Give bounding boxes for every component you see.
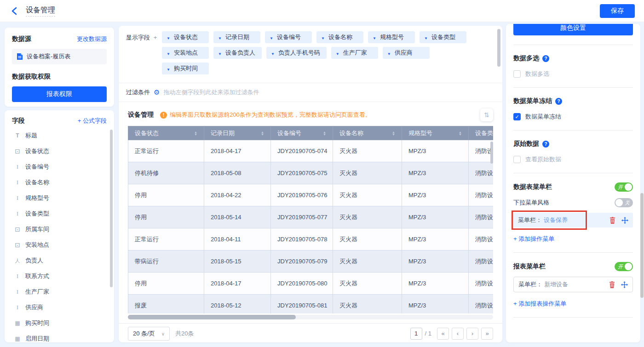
chevron-down-icon[interactable]: [270, 34, 277, 41]
report-permission-button[interactable]: 报表权限: [12, 86, 107, 102]
page-scrollbar[interactable]: [640, 193, 644, 298]
display-field-chip[interactable]: 购买时间: [162, 63, 209, 74]
column-header[interactable]: 设备编号: [271, 126, 333, 140]
table-row[interactable]: 停机待修2018-05-08JDY20190705-075灭火器MPZ/3消防设…: [128, 162, 494, 184]
display-field-chip[interactable]: 设备状态: [162, 31, 209, 43]
field-item-device-name[interactable]: 设备名称: [12, 175, 107, 190]
field-item-device-no[interactable]: 设备编号: [12, 159, 107, 175]
add-formula-field-link[interactable]: + 公式字段: [78, 117, 107, 125]
column-header[interactable]: 规格型号: [402, 126, 469, 140]
chevron-down-icon[interactable]: [167, 65, 174, 72]
next-page-button[interactable]: [466, 328, 478, 340]
datasource-item[interactable]: 设备档案-履历表: [12, 49, 107, 64]
sort-arrows-icon[interactable]: [459, 131, 462, 136]
sort-arrows-icon[interactable]: [392, 131, 395, 136]
scrollbar-thumb[interactable]: [128, 315, 296, 319]
delete-button[interactable]: [609, 281, 615, 288]
display-field-chip[interactable]: 规格型号: [368, 31, 415, 43]
checkbox-unchecked[interactable]: [513, 70, 521, 78]
help-icon[interactable]: [542, 55, 549, 62]
display-field-chip[interactable]: 负责人手机号码: [266, 47, 327, 59]
page-number-input[interactable]: 1: [410, 328, 422, 340]
multi-select-checkbox-row[interactable]: 数据多选: [513, 70, 633, 78]
sort-arrows-icon[interactable]: [261, 131, 264, 136]
menu-item-value[interactable]: 新增设备: [544, 280, 568, 289]
back-button[interactable]: [9, 6, 19, 16]
canvas-scrollbar[interactable]: [497, 29, 500, 67]
display-field-chip[interactable]: 安装地点: [162, 47, 209, 59]
display-field-chip[interactable]: 设备编号: [265, 31, 312, 43]
add-action-menu-link[interactable]: + 添加操作菜单: [513, 235, 554, 243]
checkbox-checked[interactable]: [513, 113, 521, 120]
field-item-device-status[interactable]: 设备状态: [12, 143, 107, 159]
field-item-owner[interactable]: 负责人: [12, 253, 107, 268]
table-row[interactable]: 停用2018-05-14JDY20190705-077灭火器MPZ/3消防设备: [128, 206, 494, 228]
field-item-enable-date[interactable]: 启用日期: [12, 331, 107, 342]
field-item-manufacturer[interactable]: 生产厂家: [12, 284, 107, 300]
field-item-title[interactable]: 标题: [12, 128, 107, 143]
chevron-down-icon[interactable]: [271, 50, 278, 57]
table-row[interactable]: 正常运行2018-04-11JDY20190705-078灭火器MPZ/3消防设…: [128, 228, 494, 250]
first-page-button[interactable]: [437, 328, 449, 340]
table-menu-item[interactable]: 菜单栏： 设备保养: [513, 213, 633, 228]
sort-arrows-icon[interactable]: [323, 131, 326, 136]
field-item-purchase-time[interactable]: 购买时间: [12, 315, 107, 331]
last-page-button[interactable]: [481, 328, 493, 340]
field-item-workshop[interactable]: 所属车间: [12, 222, 107, 237]
chevron-down-icon[interactable]: [336, 50, 343, 57]
page-title[interactable]: 设备管理: [26, 6, 55, 17]
filter-section[interactable]: 过滤条件 拖动左侧字段到此处来添加过滤条件: [119, 83, 502, 102]
save-button[interactable]: 保存: [600, 4, 635, 18]
chevron-down-icon[interactable]: [321, 34, 328, 41]
table-row[interactable]: 停用2018-04-17JDY20190705-080灭火器MPZ/3消防设备: [128, 273, 494, 295]
chevron-down-icon[interactable]: [387, 50, 395, 57]
delete-button[interactable]: [609, 217, 616, 224]
menu-freeze-checkbox-row[interactable]: 数据菜单冻结: [513, 113, 633, 121]
chevron-down-icon[interactable]: [373, 34, 380, 41]
column-header[interactable]: 设备类型: [469, 126, 494, 140]
chevron-down-icon[interactable]: [167, 50, 174, 57]
table-row[interactable]: 报废2018-05-12JDY20190705-081灭火器MPZ/3消防设备: [128, 295, 494, 314]
table-row[interactable]: 停用2018-04-22JDY20190705-076灭火器MPZ/3消防设备: [128, 184, 494, 206]
raw-data-checkbox-row[interactable]: 查看原始数据: [513, 155, 633, 164]
column-header[interactable]: 设备名称: [333, 126, 402, 140]
checkbox-unchecked[interactable]: [513, 156, 521, 163]
field-item-device-type[interactable]: 设备类型: [12, 206, 107, 222]
table-menu-toggle[interactable]: 开: [615, 182, 633, 192]
field-item-install-site[interactable]: 安装地点: [12, 237, 107, 253]
menu-item-value[interactable]: 设备保养: [544, 216, 568, 224]
display-field-chip[interactable]: 设备类型: [420, 31, 466, 43]
prev-page-button[interactable]: [452, 328, 464, 340]
table-vertical-scrollbar[interactable]: [490, 142, 493, 164]
column-header[interactable]: 设备状态: [128, 126, 204, 140]
add-display-field-button[interactable]: +: [154, 34, 157, 41]
help-icon[interactable]: [542, 141, 549, 148]
sort-order-button[interactable]: [480, 108, 493, 121]
table-row[interactable]: 带病运行2018-05-15JDY20190705-079灭火器MPZ/3消防设…: [128, 250, 494, 273]
field-item-supplier[interactable]: 供应商: [12, 300, 107, 315]
report-menu-toggle[interactable]: 开: [615, 262, 633, 271]
help-icon[interactable]: [555, 98, 562, 105]
display-field-chip[interactable]: 记录日期: [213, 31, 260, 43]
move-handle[interactable]: [621, 217, 628, 224]
table-row[interactable]: 正常运行2018-04-17JDY20190705-074灭火器MPZ/3消防设…: [128, 140, 494, 162]
page-size-select[interactable]: 20 条/页: [128, 327, 170, 341]
display-field-chip[interactable]: 供应商: [383, 47, 430, 59]
field-item-spec-model[interactable]: 规格型号: [12, 190, 107, 206]
color-settings-button[interactable]: 颜色设置: [513, 24, 633, 35]
field-item-contact[interactable]: 联系方式: [12, 268, 107, 284]
sort-arrows-icon[interactable]: [194, 131, 197, 136]
display-field-chip[interactable]: 设备负责人: [213, 47, 262, 59]
display-field-chip[interactable]: 生产厂家: [331, 47, 378, 59]
display-field-chip[interactable]: 设备名称: [316, 31, 363, 43]
report-menu-item[interactable]: 菜单栏： 新增设备: [513, 277, 633, 292]
column-header[interactable]: 记录日期: [204, 126, 271, 140]
move-handle[interactable]: [621, 281, 628, 288]
dropdown-style-toggle[interactable]: 关: [615, 198, 633, 207]
chevron-down-icon[interactable]: [167, 34, 174, 41]
gear-icon[interactable]: [154, 88, 160, 97]
add-report-action-menu-link[interactable]: + 添加报表操作菜单: [513, 300, 566, 308]
chevron-down-icon[interactable]: [218, 34, 225, 41]
fields-scrollbar[interactable]: [110, 130, 113, 287]
table-horizontal-scrollbar[interactable]: [128, 315, 493, 319]
